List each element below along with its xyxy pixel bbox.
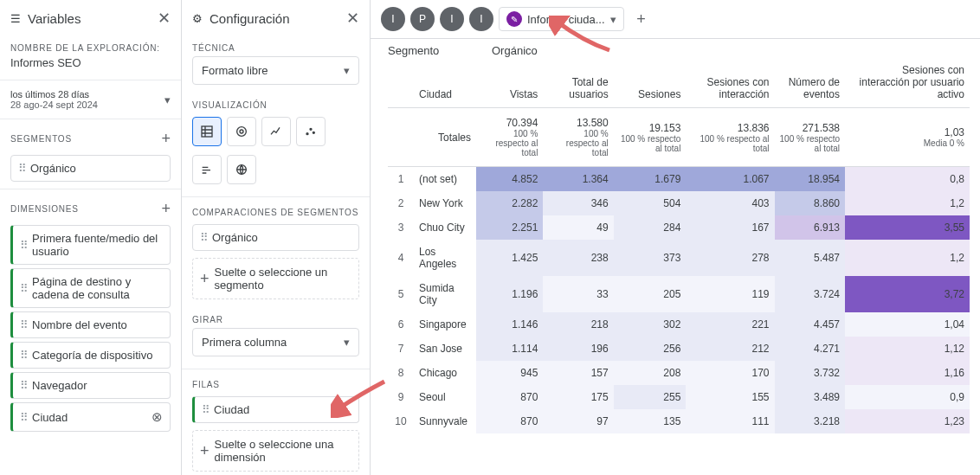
total-cell: 1,03Media 0 % [845,108,970,167]
date-preset: los últimos 28 días [10,89,98,99]
date-range-selector[interactable]: los últimos 28 días 28 ago-24 sept 2024 … [0,84,181,115]
data-cell: 256 [614,337,687,361]
data-cell: 1,2 [845,191,970,215]
data-cell: 135 [614,409,687,433]
data-cell: 4.457 [775,312,846,337]
column-header[interactable]: Sesiones con interacción por usuario act… [845,57,970,108]
column-header[interactable]: Sesiones con interacción [686,57,774,108]
tab-inactive[interactable]: I [469,7,493,31]
tab-inactive[interactable]: I [440,7,464,31]
data-cell: 403 [686,191,774,215]
data-cell: 3,72 [845,276,970,312]
segment-chip[interactable]: ⠿Orgánico [10,155,171,182]
chevron-down-icon: ▾ [610,13,616,26]
date-range: 28 ago-24 sept 2024 [10,99,98,110]
row-chip[interactable]: ⠿Ciudad [192,396,359,423]
data-cell: 1,16 [845,361,970,385]
city-cell[interactable]: (not set) [414,167,476,192]
tab-inactive[interactable]: P [410,7,435,31]
table-row: 8Chicago9451572081703.7321,16 [388,361,970,385]
close-icon[interactable]: ✕ [158,9,171,28]
data-cell: 1.679 [614,167,687,192]
segment-label: Segmento [388,44,492,57]
data-cell: 1.114 [476,337,543,361]
total-cell: 13.580100 % respecto al total [543,108,613,167]
city-cell[interactable]: New York [414,191,476,215]
close-icon[interactable]: ✕ [346,9,359,28]
viz-table-button[interactable] [192,117,222,146]
data-cell: 945 [476,361,543,385]
city-cell[interactable]: Sumida City [414,276,476,312]
grip-icon: ⠿ [20,282,27,295]
remove-icon[interactable]: ⊗ [152,409,163,425]
city-cell[interactable]: Seoul [414,385,476,409]
data-cell: 196 [543,337,613,361]
viz-donut-button[interactable] [227,117,256,146]
exploration-name-label: NOMBRE DE LA EXPLORACIÓN: [0,36,181,56]
segment-value: Orgánico [492,44,538,57]
exploration-name[interactable]: Informes SEO [0,56,181,76]
segment-comparison-chip[interactable]: ⠿Orgánico [192,224,359,251]
viz-scatter-button[interactable] [296,117,326,146]
city-cell[interactable]: Chuo City [414,215,476,240]
variables-title: Variables [28,11,151,26]
total-cell: 70.394100 % respecto al total [476,108,543,167]
tab-inactive[interactable]: I [381,7,405,31]
data-cell: 1,2 [845,240,970,276]
segment-dropzone[interactable]: +Suelte o seleccione un segmento [192,258,359,299]
city-cell[interactable]: San Jose [414,337,476,361]
dimension-chip[interactable]: ⠿Nombre del evento [10,311,171,338]
data-cell: 170 [686,361,774,385]
pivot-select[interactable]: Primera columna▾ [192,328,359,356]
rows-dropzone[interactable]: +Suelte o seleccione una dimensión [192,430,359,472]
column-header[interactable]: Sesiones [614,57,687,108]
viz-bar-button[interactable] [192,155,222,184]
data-cell: 4.271 [775,337,846,361]
tab-active[interactable]: ✎ Informe ciuda... ▾ [499,7,624,31]
dimensions-label: DIMENSIONES [10,204,79,214]
data-cell: 238 [543,240,613,276]
main-area: IPII ✎ Informe ciuda... ▾ + Segmento Org… [371,0,980,475]
add-tab-button[interactable]: + [629,7,654,31]
data-cell: 0,9 [845,385,970,409]
data-cell: 155 [686,385,774,409]
pencil-icon: ✎ [506,11,522,27]
data-cell: 1,23 [845,409,970,433]
dimension-chip[interactable]: ⠿Página de destino y cadena de consulta [10,268,171,308]
technique-label: TÉCNICA [182,36,370,56]
city-cell[interactable]: Chicago [414,361,476,385]
data-cell: 205 [614,276,687,312]
viz-label: VISUALIZACIÓN [182,93,370,113]
data-cell: 1.425 [476,240,543,276]
column-header[interactable]: Total de usuarios [543,57,613,108]
city-cell[interactable]: Sunnyvale [414,409,476,433]
table-row: 10Sunnyvale870971351113.2181,23 [388,409,970,433]
city-cell[interactable]: Los Angeles [414,240,476,276]
grip-icon: ⠿ [202,403,209,416]
dimension-chip[interactable]: ⠿Primera fuente/medio del usuario [10,225,171,265]
dimension-chip[interactable]: ⠿Navegador [10,372,171,399]
total-cell: 13.836100 % respecto al total [686,108,774,167]
svg-point-1 [237,127,247,137]
data-cell: 8.860 [775,191,846,215]
dimension-chip[interactable]: ⠿Categoría de dispositivo [10,342,171,369]
add-dimension-button[interactable]: + [161,200,171,218]
column-header[interactable]: Número de eventos [775,57,846,108]
city-cell[interactable]: Singapore [414,312,476,337]
pivot-label: GIRAR [182,308,370,328]
technique-select[interactable]: Formato libre▾ [192,56,359,85]
segments-label: SEGMENTOS [10,134,72,144]
grip-icon: ⠿ [20,411,27,424]
data-cell: 302 [614,312,687,337]
grip-icon: ⠿ [20,318,27,331]
dimension-chip[interactable]: ⠿Ciudad⊗ [10,402,171,432]
total-cell: 271.538100 % respecto al total [775,108,846,167]
column-header[interactable]: Vistas [476,57,543,108]
data-cell: 157 [543,361,613,385]
data-cell: 3,55 [845,215,970,240]
data-cell: 167 [686,215,774,240]
viz-geo-button[interactable] [227,155,256,184]
viz-line-button[interactable] [261,117,291,146]
seg-comp-label: COMPARACIONES DE SEGMENTOS [182,201,370,221]
add-segment-button[interactable]: + [161,130,171,148]
